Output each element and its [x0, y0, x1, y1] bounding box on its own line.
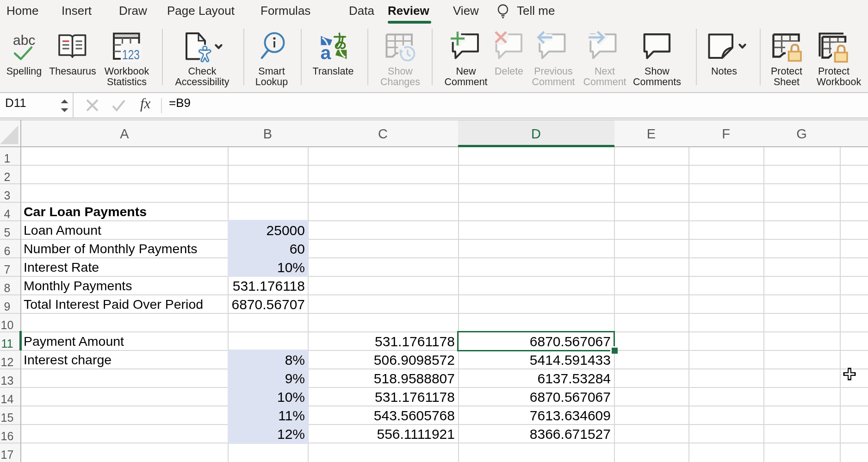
- svg-text:abc: abc: [13, 32, 35, 48]
- svg-text:123: 123: [122, 47, 140, 62]
- svg-text:a: a: [321, 42, 332, 63]
